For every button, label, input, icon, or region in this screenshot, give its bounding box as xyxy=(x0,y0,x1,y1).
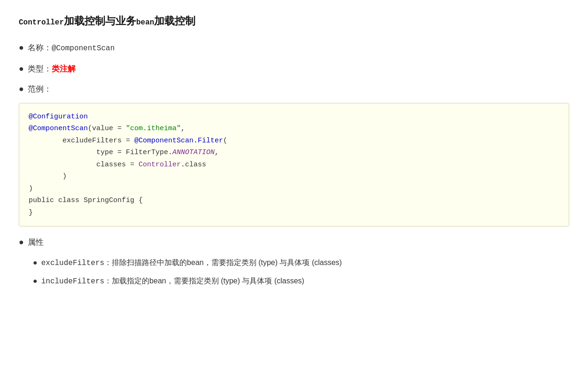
title-cn-part2: 加载控制 xyxy=(154,15,195,27)
bullet-dot-type: ● xyxy=(19,62,24,75)
code-inner-close-paren: ) xyxy=(29,172,67,180)
attr-dot-include: ● xyxy=(33,275,38,287)
bullet-dot-example: ● xyxy=(19,83,24,95)
name-item: ● 名称：@ComponentScan xyxy=(19,41,569,55)
code-excludefilters-label: excludeFilters = xyxy=(29,137,134,145)
exclude-filters-content: excludeFilters：排除扫描路径中加载的bean，需要指定类别 (ty… xyxy=(41,257,342,270)
example-item: ● 范例： xyxy=(19,83,569,95)
type-value: 类注解 xyxy=(52,64,76,73)
attr-dot-exclude: ● xyxy=(33,257,38,269)
code-type-comma: , xyxy=(215,148,219,156)
attr-section: ● 属性 xyxy=(19,236,569,249)
code-public-class: public class SpringConfig { xyxy=(29,196,143,204)
include-filters-content: includeFilters：加载指定的bean，需要指定类别 (type) 与… xyxy=(41,275,304,288)
code-filter-paren: ( xyxy=(223,137,227,145)
attr-label: 属性 xyxy=(28,236,44,249)
title-code-part1: Controller xyxy=(19,18,64,27)
name-value: @ComponentScan xyxy=(52,44,115,53)
title-code-part2: bean xyxy=(136,18,154,27)
include-filters-item: ● includeFilters：加载指定的bean，需要指定类别 (type)… xyxy=(33,275,569,288)
type-content: 类型：类注解 xyxy=(28,62,76,75)
code-string-value: "com.itheima" xyxy=(126,125,181,133)
type-item: ● 类型：类注解 xyxy=(19,62,569,75)
code-annotation-value: ANNOTATION xyxy=(172,148,215,156)
title-cn-part1: 加载控制与业务 xyxy=(64,15,136,27)
exclude-filters-item: ● excludeFilters：排除扫描路径中加载的bean，需要指定类别 (… xyxy=(33,257,569,270)
include-filters-desc: ：加载指定的bean，需要指定类别 (type) 与具体项 (classes) xyxy=(104,277,304,285)
example-label: 范例： xyxy=(28,83,52,95)
name-label: 名称： xyxy=(28,43,52,52)
code-componentscan-annotation: @ComponentScan xyxy=(29,125,88,133)
code-class-suffix: .class xyxy=(181,161,206,169)
code-comma: , xyxy=(181,125,185,133)
name-content: 名称：@ComponentScan xyxy=(28,41,115,55)
exclude-filters-name: excludeFilters xyxy=(41,259,104,267)
code-block: @Configuration @ComponentScan(value = "c… xyxy=(19,103,569,227)
code-close-brace: } xyxy=(29,209,33,217)
code-controller-class: Controller xyxy=(139,161,181,169)
exclude-filters-desc: ：排除扫描路径中加载的bean，需要指定类别 (type) 与具体项 (clas… xyxy=(104,258,342,266)
code-paren-open: (value = xyxy=(88,125,126,133)
code-type-label: type = FilterType. xyxy=(29,148,172,156)
code-classes-label: classes = xyxy=(29,161,139,169)
bullet-dot-attr: ● xyxy=(19,236,24,249)
code-configuration-annotation: @Configuration xyxy=(29,113,88,121)
page-title: Controller加载控制与业务bean加载控制 xyxy=(19,14,569,28)
type-label: 类型： xyxy=(28,64,52,73)
code-outer-close-paren: ) xyxy=(29,185,33,193)
code-filter-annotation: @ComponentScan.Filter xyxy=(134,137,223,145)
bullet-dot-name: ● xyxy=(19,41,24,54)
include-filters-name: includeFilters xyxy=(41,277,104,286)
